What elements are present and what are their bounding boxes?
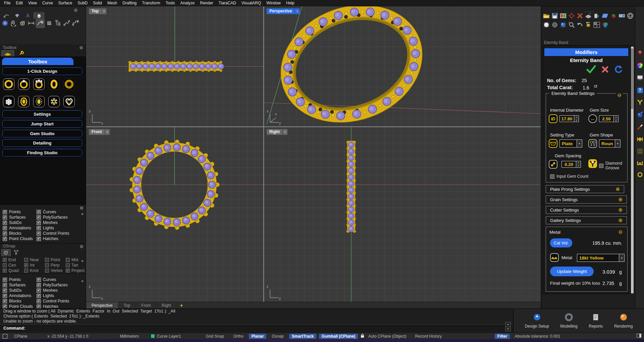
menu-subd[interactable]: SubD	[75, 1, 90, 5]
toggle-gumball[interactable]: Gumball (CPlane)	[319, 334, 358, 339]
tab-top[interactable]: Top	[118, 302, 136, 309]
checkbox[interactable]	[550, 174, 554, 179]
checkbox[interactable]	[37, 231, 41, 236]
tab-selected-gem-icon[interactable]	[34, 13, 44, 19]
checkbox[interactable]	[3, 258, 7, 262]
scrollbar-thumb[interactable]	[631, 49, 633, 109]
align-views-icon[interactable]	[618, 12, 626, 19]
import-object-icon[interactable]	[593, 12, 600, 19]
jump-start-button[interactable]: Jump Start	[2, 120, 82, 128]
checkbox[interactable]	[45, 263, 49, 267]
checkbox[interactable]	[37, 294, 41, 298]
checkbox[interactable]	[37, 283, 41, 287]
toggle-filter[interactable]: Filter	[495, 334, 510, 339]
current-layer[interactable]: Curve Layer1	[157, 334, 181, 339]
checkbox[interactable]	[3, 226, 7, 230]
osnap-cen[interactable]: Cen	[3, 263, 24, 268]
rendered-view-icon[interactable]	[559, 21, 567, 28]
delete-icon[interactable]	[576, 12, 584, 19]
filter-annotations[interactable]: Annotations	[3, 226, 37, 230]
checkbox[interactable]	[37, 288, 41, 293]
filter-points[interactable]: Points	[3, 210, 37, 214]
tab-wrench-icon[interactable]	[15, 50, 27, 56]
extrude-solid-icon[interactable]	[610, 12, 617, 19]
update-weight-button[interactable]: Update Weight	[550, 267, 594, 276]
filter-blocks[interactable]: Blocks	[3, 231, 37, 236]
checkbox[interactable]	[3, 304, 7, 309]
toggle-planar[interactable]: Planar	[249, 334, 267, 339]
open-file-icon[interactable]	[543, 12, 550, 19]
confirm-icon[interactable]	[586, 65, 596, 75]
setting-type-value[interactable]: Plate	[559, 139, 577, 148]
checkbox[interactable]	[37, 304, 41, 309]
reset-icon[interactable]	[614, 65, 623, 75]
toolbox-header[interactable]: Toolbox	[2, 58, 73, 65]
osnap-int[interactable]: Int	[24, 263, 45, 268]
viewport-perspective-label[interactable]: Perspective	[267, 8, 300, 14]
checkbox[interactable]	[37, 221, 41, 225]
menu-tools[interactable]: Tools	[163, 1, 178, 5]
filter-curves[interactable]: Curves	[37, 210, 84, 214]
three-stone-ring-icon[interactable]	[33, 78, 45, 90]
checkbox[interactable]	[3, 294, 7, 298]
osnap-point[interactable]: Point	[45, 258, 66, 262]
tab-gold-tools-icon[interactable]	[1, 50, 14, 57]
checkbox[interactable]	[24, 263, 28, 267]
checkbox[interactable]	[45, 269, 49, 273]
checkbox[interactable]	[37, 215, 41, 220]
menu-surface[interactable]: Surface	[56, 1, 75, 5]
checkbox[interactable]	[3, 215, 7, 220]
gear-icon[interactable]	[74, 7, 78, 13]
surface-plane-icon[interactable]	[601, 12, 609, 19]
checkbox[interactable]	[66, 258, 70, 262]
viewport-right[interactable]: Right z y	[264, 127, 541, 302]
modelling-button[interactable]: Modelling	[560, 313, 577, 329]
heart-pendant-icon[interactable]	[63, 96, 75, 107]
channel-tab-icon[interactable]	[637, 160, 643, 166]
checkbox[interactable]	[66, 269, 70, 273]
viewport-top-label[interactable]: Top	[89, 8, 106, 14]
filter-subds[interactable]: SubDs	[3, 288, 37, 293]
toggle-record-history[interactable]: Record History	[412, 334, 444, 339]
display-tab-icon[interactable]	[637, 74, 643, 81]
menu-drafting[interactable]: Drafting	[120, 1, 139, 5]
filter-point-clouds[interactable]: Point Clouds	[3, 236, 37, 241]
rotate-view-icon[interactable]	[585, 21, 592, 28]
checkbox[interactable]	[3, 237, 7, 241]
double-prong-tab-icon[interactable]	[637, 136, 643, 142]
hatch-comb-icon[interactable]	[45, 19, 53, 27]
viewport-right-label[interactable]: Right	[267, 129, 287, 135]
expand-section-icon[interactable]	[618, 207, 623, 213]
units-indicator[interactable]: Millimeters	[120, 334, 139, 339]
checkbox[interactable]	[37, 210, 41, 214]
section-cutter-settings[interactable]: Cutter Settings	[546, 206, 627, 214]
menu-visualarq[interactable]: VisualARQ	[239, 1, 264, 5]
shaded-view-icon[interactable]	[543, 21, 550, 28]
box-mapping-icon[interactable]: u	[18, 19, 26, 27]
filter-meshes[interactable]: Meshes	[37, 288, 84, 293]
undo-view-icon[interactable]	[576, 21, 584, 28]
eternity-band-icon[interactable]	[3, 78, 14, 90]
filter-point-clouds[interactable]: Point Clouds	[3, 304, 37, 309]
section-plate-prong-settings[interactable]: Plate Prong Settings	[546, 185, 624, 193]
tab-gem-tools-icon[interactable]	[12, 13, 22, 18]
step-path-tool-icon[interactable]	[71, 19, 79, 27]
filter-polysurfaces[interactable]: PolySurfaces	[37, 215, 84, 220]
gear-icon[interactable]	[79, 243, 84, 249]
detailing-button[interactable]: Detailing	[2, 139, 82, 147]
cplane-swatch-icon[interactable]	[3, 334, 7, 339]
tab-right[interactable]: Right	[156, 302, 177, 309]
command-history-spinner[interactable]	[505, 322, 511, 331]
rgb-color-icon[interactable]	[601, 21, 609, 28]
gem-size-field[interactable]: 2.50	[599, 115, 614, 122]
expand-section-icon[interactable]	[618, 217, 623, 223]
pen-tab-icon[interactable]	[637, 124, 643, 130]
gem-studio-button[interactable]: Gem Studio	[2, 130, 82, 137]
osnap-vertex[interactable]: Vertex	[45, 268, 66, 273]
section-gallery-settings[interactable]: Gallery Settings	[546, 216, 627, 224]
prong-tab-icon[interactable]	[637, 99, 643, 106]
cancel-icon[interactable]	[601, 66, 609, 74]
filter-curves[interactable]: Curves	[37, 277, 84, 282]
tab-curve-tools-icon[interactable]	[1, 13, 11, 18]
modifiers-header[interactable]: Modifiers	[544, 48, 628, 56]
